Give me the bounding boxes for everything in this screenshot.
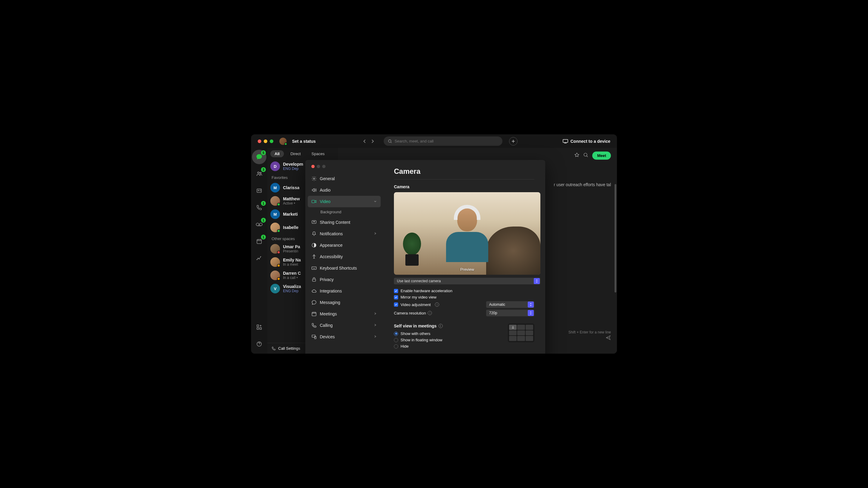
settings-nav-keyboard[interactable]: Keyboard Shortcuts: [308, 262, 381, 274]
svg-rect-23: [312, 267, 316, 270]
presence-indicator: [277, 277, 280, 281]
rail-voicemail[interactable]: 1: [252, 217, 267, 232]
rail-analytics[interactable]: [252, 251, 267, 265]
section-camera-label: Camera: [394, 184, 534, 189]
settings-nav-notifications[interactable]: Notifications: [308, 228, 381, 239]
phone-icon: [311, 323, 317, 328]
radio-hide[interactable]: [394, 344, 398, 349]
convo-name: Isabelle: [283, 225, 299, 230]
apps-icon: [256, 324, 262, 330]
nav-back-button[interactable]: [361, 138, 368, 145]
video-adjust-dropdown[interactable]: Automatic: [486, 301, 534, 308]
camera-preview: Preview: [394, 192, 540, 275]
set-status-button[interactable]: Set a status: [292, 139, 316, 144]
presence-indicator: [277, 251, 280, 254]
svg-rect-24: [313, 279, 316, 282]
settings-nav-sharing[interactable]: Sharing Content: [308, 217, 381, 228]
settings-nav-general[interactable]: General: [308, 173, 381, 184]
settings-nav-video[interactable]: Video: [308, 196, 381, 207]
svg-rect-19: [312, 200, 315, 203]
convo-subtitle: Active •: [283, 201, 300, 205]
nav-forward-button[interactable]: [369, 138, 376, 145]
keyboard-icon: [311, 265, 317, 271]
checkbox-video-adjust[interactable]: [394, 302, 398, 307]
camera-select-dropdown[interactable]: Use last connected camera: [394, 278, 540, 284]
minimize-window-button[interactable]: [264, 139, 267, 143]
scrollbar[interactable]: [615, 184, 616, 293]
convo-subtitle: In a call •: [283, 275, 301, 280]
radio-label: Hide: [401, 344, 409, 349]
settings-nav-accessibility[interactable]: Accessibility: [308, 251, 381, 262]
close-window-button[interactable]: [258, 139, 261, 143]
settings-nav-background[interactable]: Background: [308, 207, 381, 217]
call-settings-label: Call Settings: [278, 346, 300, 351]
search-input[interactable]: [395, 139, 498, 143]
pin-icon: [574, 153, 580, 158]
settings-nav-integrations[interactable]: Integrations: [308, 285, 381, 297]
connect-device-label: Connect to a device: [570, 139, 610, 144]
rail-meetings[interactable]: 1: [252, 234, 267, 249]
filter-spaces[interactable]: Spaces: [307, 150, 329, 157]
info-icon[interactable]: i: [438, 324, 443, 328]
plus-icon: [511, 139, 516, 143]
resolution-dropdown[interactable]: 720p: [486, 310, 534, 316]
checkbox-hw-accel[interactable]: [394, 289, 398, 293]
rail-help[interactable]: [252, 337, 267, 351]
settings-nav-meetings[interactable]: Meetings: [308, 308, 381, 320]
settings-nav-devices[interactable]: Devices: [308, 331, 381, 343]
filter-all[interactable]: All: [270, 150, 284, 157]
contact-card-icon: [256, 188, 262, 194]
new-item-button[interactable]: [509, 137, 518, 145]
svg-point-17: [584, 153, 587, 156]
rail-badge: 1: [261, 218, 266, 223]
svg-point-10: [258, 258, 258, 259]
avatar: [270, 257, 280, 267]
video-adjust-label: Video adjustment: [401, 302, 431, 307]
selfview-label: Self view in meetings: [394, 324, 437, 328]
rail-apps[interactable]: [252, 320, 267, 334]
window-controls: [258, 139, 273, 143]
filter-tabs: All Direct Spaces: [267, 148, 338, 160]
search-bar[interactable]: [384, 136, 502, 146]
info-icon[interactable]: i: [435, 302, 439, 307]
svg-point-0: [389, 139, 391, 142]
svg-point-5: [258, 190, 259, 191]
settings-nav-calling[interactable]: Calling: [308, 320, 381, 331]
dialog-close-button[interactable]: [311, 165, 315, 168]
settings-nav-privacy[interactable]: Privacy: [308, 274, 381, 285]
rail-messaging[interactable]: 5: [252, 150, 267, 164]
rail-teams[interactable]: 3: [252, 167, 267, 181]
dialog-maximize-button: [322, 165, 326, 168]
speaker-icon: [311, 187, 317, 193]
filter-direct[interactable]: Direct: [286, 150, 305, 157]
user-avatar[interactable]: [279, 138, 287, 145]
radio-show-with-others[interactable]: [394, 332, 398, 336]
svg-point-28: [513, 326, 513, 327]
maximize-window-button[interactable]: [270, 139, 273, 143]
dropdown-stepper-icon: [528, 310, 534, 316]
settings-panel: Camera Camera Preview Use last connected…: [383, 160, 545, 354]
avatar: D: [270, 161, 280, 171]
convo-name: Marketi: [283, 212, 298, 217]
settings-nav-appearance[interactable]: Appearance: [308, 239, 381, 251]
meet-button[interactable]: Meet: [592, 152, 611, 160]
send-button[interactable]: [606, 335, 611, 341]
connect-device-button[interactable]: Connect to a device: [563, 139, 610, 144]
svg-point-11: [259, 258, 260, 259]
convo-subtitle: ENG Dep: [283, 167, 303, 171]
phone-icon: [272, 347, 276, 351]
svg-point-2: [258, 172, 259, 174]
chevron-right-icon: [373, 323, 377, 328]
settings-nav-audio[interactable]: Audio: [308, 184, 381, 196]
svg-point-9: [256, 259, 257, 260]
gear-icon: [311, 176, 317, 181]
rail-contacts[interactable]: [252, 184, 267, 198]
radio-floating-window[interactable]: [394, 338, 398, 342]
checkbox-mirror[interactable]: [394, 295, 398, 299]
rail-calls[interactable]: 1: [252, 200, 267, 215]
info-icon[interactable]: i: [428, 311, 432, 315]
settings-nav-messaging[interactable]: Messaging: [308, 297, 381, 308]
search-in-space-button[interactable]: [583, 153, 589, 159]
pin-button[interactable]: [574, 153, 580, 159]
rail-badge: 1: [261, 201, 266, 206]
